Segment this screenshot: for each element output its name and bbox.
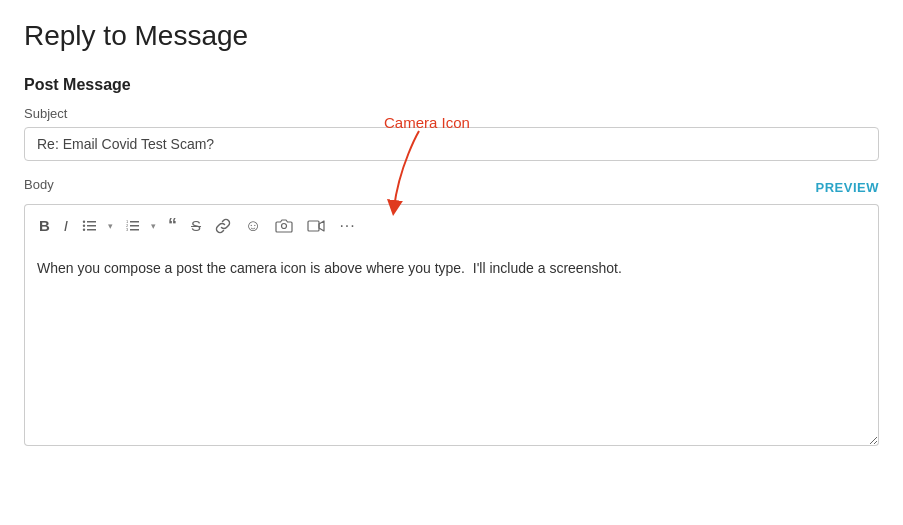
ordered-list-dropdown[interactable]: ▾ xyxy=(147,217,160,235)
svg-point-12 xyxy=(282,223,287,228)
svg-rect-7 xyxy=(130,225,139,227)
link-icon xyxy=(215,218,231,234)
link-button[interactable] xyxy=(209,214,237,238)
unordered-list-dropdown[interactable]: ▾ xyxy=(104,217,117,235)
body-toolbar: B I ▾ xyxy=(24,204,879,246)
camera-button[interactable] xyxy=(269,214,299,238)
subject-input[interactable] xyxy=(24,127,879,161)
ordered-list-group: 1 2 3 ▾ xyxy=(119,214,160,238)
emoji-button[interactable]: ☺ xyxy=(239,213,267,239)
strikethrough-button[interactable]: S xyxy=(185,213,207,238)
svg-rect-2 xyxy=(87,229,96,231)
blockquote-button[interactable]: “ xyxy=(162,211,183,240)
more-button[interactable]: ··· xyxy=(333,213,361,239)
ordered-list-button[interactable]: 1 2 3 xyxy=(119,214,147,238)
svg-point-3 xyxy=(83,220,85,222)
svg-rect-13 xyxy=(308,221,319,231)
video-button[interactable] xyxy=(301,215,331,237)
chevron-down-icon: ▾ xyxy=(108,221,113,231)
svg-point-5 xyxy=(83,228,85,230)
bold-button[interactable]: B xyxy=(33,213,56,238)
unordered-list-button[interactable] xyxy=(76,214,104,238)
svg-rect-8 xyxy=(130,229,139,231)
svg-rect-1 xyxy=(87,225,96,227)
svg-rect-0 xyxy=(87,221,96,223)
subject-label: Subject xyxy=(24,106,879,121)
unordered-list-group: ▾ xyxy=(76,214,117,238)
section-title: Post Message xyxy=(24,76,879,94)
chevron-down-icon-2: ▾ xyxy=(151,221,156,231)
body-editor-container: Camera Icon B I xyxy=(24,204,879,450)
svg-rect-6 xyxy=(130,221,139,223)
svg-text:3: 3 xyxy=(126,227,129,232)
list-icon xyxy=(82,218,98,234)
body-label: Body xyxy=(24,177,54,192)
body-textarea[interactable]: When you compose a post the camera icon … xyxy=(24,246,879,446)
italic-button[interactable]: I xyxy=(58,213,74,238)
ordered-list-icon: 1 2 3 xyxy=(125,218,141,234)
svg-point-4 xyxy=(83,224,85,226)
video-icon xyxy=(307,219,325,233)
post-message-section: Post Message Subject Body PREVIEW Camera… xyxy=(24,76,879,450)
page-title: Reply to Message xyxy=(24,20,879,52)
preview-link[interactable]: PREVIEW xyxy=(816,180,879,195)
camera-icon xyxy=(275,218,293,234)
